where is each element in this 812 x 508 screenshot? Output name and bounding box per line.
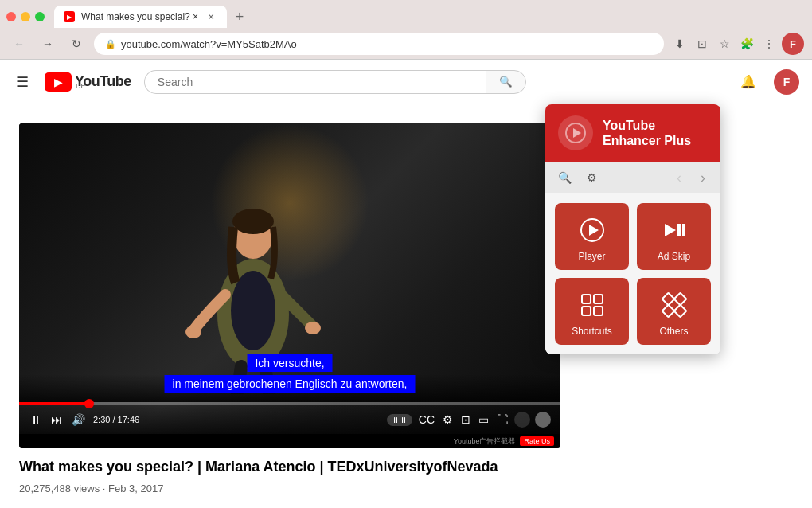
traffic-lights <box>6 12 45 21</box>
svg-marker-9 <box>589 225 599 236</box>
youtube-logo-icon: ▶ <box>45 72 72 92</box>
hamburger-menu-button[interactable]: ☰ <box>13 70 32 94</box>
extra-btn[interactable] <box>535 412 551 428</box>
360-button[interactable] <box>514 412 530 428</box>
popup-title-text: YouTube Enhancer Plus <box>603 118 691 148</box>
search-input[interactable] <box>144 70 486 94</box>
video-player[interactable]: Ich versuchte, in meinem gebrochenen Eng… <box>19 123 560 448</box>
popup-nav-prev[interactable]: ‹ <box>670 168 689 187</box>
controls-right: ⏸⏸ CC ⚙ ⊡ ▭ ⛶ <box>387 412 551 428</box>
popup-cards-grid: Player Ad Skip <box>545 193 720 354</box>
security-lock-icon: 🔒 <box>105 39 116 49</box>
branding-text: Youtube广告拦截器 <box>454 436 516 447</box>
captions-button[interactable]: CC <box>417 412 436 428</box>
time-display: 2:30 / 17:46 <box>93 415 139 424</box>
subtitle-overlay: Ich versuchte, in meinem gebrochenen Eng… <box>165 353 416 394</box>
miniplayer-button[interactable]: ⊡ <box>459 412 472 428</box>
more-icon[interactable]: ⋮ <box>759 34 779 53</box>
shortcuts-icon <box>578 291 607 319</box>
autoplay-toggle[interactable]: ⏸⏸ <box>387 414 412 426</box>
shortcuts-label: Shortcuts <box>572 326 612 337</box>
others-label: Others <box>659 326 688 337</box>
svg-rect-14 <box>594 295 603 303</box>
popup-logo-icon <box>558 115 593 150</box>
youtube-logo[interactable]: ▶ YouTube DE <box>45 72 131 92</box>
popup-nav-next[interactable]: › <box>693 168 712 187</box>
svg-rect-18 <box>673 293 686 306</box>
player-label: Player <box>578 251 605 262</box>
svg-rect-13 <box>582 295 591 303</box>
user-avatar[interactable]: F <box>774 69 799 95</box>
maximize-window-btn[interactable] <box>35 12 45 21</box>
youtube-country-label: DE <box>76 82 131 90</box>
popup-card-ad-skip[interactable]: Ad Skip <box>637 203 711 270</box>
popup-title-line1: YouTube <box>603 118 691 133</box>
svg-rect-12 <box>682 224 685 236</box>
popup-search-button[interactable]: 🔍 <box>553 166 576 189</box>
bookmark-icon[interactable]: ⬇ <box>670 34 689 53</box>
yt-branding-strip: Youtube广告拦截器 Rate Us <box>19 434 560 448</box>
settings-button[interactable]: ⚙ <box>441 412 455 428</box>
popup-title-line2: Enhancer Plus <box>603 133 691 148</box>
video-info: What makes you special? | Mariana Atenci… <box>19 448 560 508</box>
svg-point-3 <box>232 209 274 234</box>
reload-button[interactable]: ↻ <box>65 33 88 55</box>
svg-rect-15 <box>582 307 591 315</box>
active-tab[interactable]: ▶ What makes you special? × × <box>54 6 227 28</box>
star-icon[interactable]: ☆ <box>715 34 734 53</box>
search-button[interactable]: 🔍 <box>486 70 526 94</box>
extension-puzzle-icon[interactable]: ⊡ <box>693 34 712 53</box>
forward-button[interactable]: → <box>37 33 59 55</box>
tab-bar: ▶ What makes you special? × × + <box>0 0 812 29</box>
svg-rect-17 <box>662 293 674 306</box>
rate-us-button[interactable]: Rate Us <box>520 436 554 446</box>
notifications-button[interactable]: 🔔 <box>736 69 761 95</box>
theater-button[interactable]: ▭ <box>477 412 490 428</box>
video-title: What makes you special? | Mariana Atenci… <box>19 458 560 476</box>
browser-chrome: ▶ What makes you special? × × + ← → ↻ 🔒 … <box>0 0 812 60</box>
svg-rect-16 <box>594 307 603 315</box>
player-icon <box>578 216 607 244</box>
svg-point-1 <box>231 271 275 350</box>
volume-button[interactable]: 🔊 <box>70 412 87 428</box>
video-views: 20,275,488 views · Feb 3, 2017 <box>19 483 163 494</box>
browser-icons: ⬇ ⊡ ☆ 🧩 ⋮ F <box>670 33 804 55</box>
youtube-page: ☰ ▶ YouTube DE 🔍 🔔 F <box>0 60 812 508</box>
url-bar[interactable]: 🔒 youtube.com/watch?v=MY5Satb2MAo <box>94 33 664 55</box>
svg-rect-19 <box>662 305 674 318</box>
svg-rect-20 <box>673 305 686 318</box>
close-window-btn[interactable] <box>6 12 16 21</box>
next-button[interactable]: ⏭ <box>49 412 64 428</box>
play-pause-button[interactable]: ⏸ <box>29 412 43 428</box>
video-section: Ich versuchte, in meinem gebrochenen Eng… <box>19 123 560 508</box>
popup-card-player[interactable]: Player <box>555 203 629 270</box>
svg-marker-7 <box>573 128 581 138</box>
popup-card-shortcuts[interactable]: Shortcuts <box>555 278 629 345</box>
svg-marker-10 <box>665 224 676 236</box>
popup-settings-button[interactable]: ⚙ <box>580 166 603 189</box>
new-tab-button[interactable]: + <box>230 7 249 26</box>
minimize-window-btn[interactable] <box>21 12 30 21</box>
extension-icon[interactable]: 🧩 <box>737 34 756 53</box>
back-button[interactable]: ← <box>8 33 30 55</box>
popup-header: YouTube Enhancer Plus <box>545 104 720 162</box>
svg-rect-11 <box>677 224 681 236</box>
extension-popup: YouTube Enhancer Plus 🔍 ⚙ ‹ › Player <box>545 104 720 354</box>
subtitle-line-1: Ich versuchte, <box>247 354 332 372</box>
address-bar: ← → ↻ 🔒 youtube.com/watch?v=MY5Satb2MAo … <box>0 29 812 59</box>
others-icon <box>660 291 689 319</box>
header-right: 🔔 F <box>736 69 799 95</box>
video-thumbnail: Ich versuchte, in meinem gebrochenen Eng… <box>19 123 560 434</box>
tab-favicon-icon: ▶ <box>64 11 75 22</box>
subtitle-line-2: in meinem gebrochenen Englisch zu antwor… <box>165 375 416 393</box>
tab-close-button[interactable]: × <box>205 10 217 23</box>
youtube-header: ☰ ▶ YouTube DE 🔍 🔔 F <box>0 60 812 104</box>
ad-skip-icon <box>660 216 689 244</box>
popup-card-others[interactable]: Others <box>637 278 711 345</box>
profile-button[interactable]: F <box>782 33 804 55</box>
video-meta: 20,275,488 views · Feb 3, 2017 👍 398K 👎 … <box>19 483 560 508</box>
ad-skip-label: Ad Skip <box>658 251 690 262</box>
url-text: youtube.com/watch?v=MY5Satb2MAo <box>121 38 297 50</box>
fullscreen-button[interactable]: ⛶ <box>495 412 509 428</box>
tab-title: What makes you special? × <box>81 11 198 22</box>
